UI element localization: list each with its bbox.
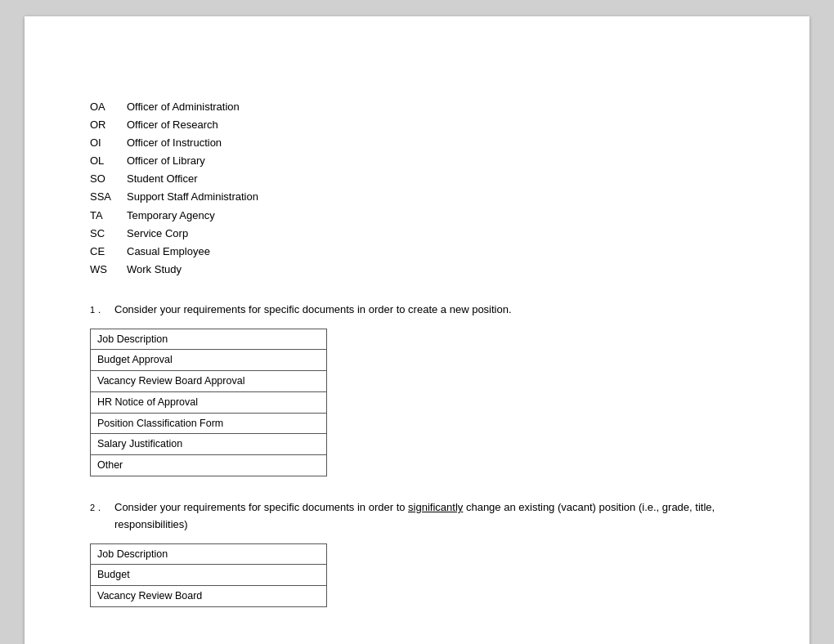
employee-code: OA [90, 98, 127, 116]
checklist-table-1: Job DescriptionBudget ApprovalVacancy Re… [90, 329, 327, 476]
employee-description: Officer of Instruction [127, 134, 222, 152]
employee-description: Casual Employee [127, 243, 210, 261]
employee-row: OIOfficer of Instruction [90, 134, 744, 152]
employee-row: CECasual Employee [90, 243, 744, 261]
question-1-block: 1． Consider your requirements for specif… [90, 302, 744, 476]
employee-list: OAOfficer of AdministrationOROfficer of … [90, 98, 744, 279]
employee-row: SOStudent Officer [90, 170, 744, 188]
checklist-item: Job Description [91, 543, 327, 565]
employee-row: OROfficer of Research [90, 116, 744, 134]
checklist-item: HR Notice of Approval [91, 391, 327, 413]
checklist-item: Position Classification Form [91, 413, 327, 434]
employee-code: WS [90, 261, 127, 279]
underlined-word: significantly [408, 501, 463, 513]
question-1-line: 1． Consider your requirements for specif… [90, 302, 744, 319]
employee-row: OAOfficer of Administration [90, 98, 744, 116]
employee-row: TATemporary Agency [90, 207, 744, 225]
employee-code: SSA [90, 188, 127, 206]
employee-code: OR [90, 116, 127, 134]
employee-description: Officer of Administration [127, 98, 240, 116]
checklist-row: Vacancy Review Board Approval [91, 371, 327, 392]
document-page: OAOfficer of AdministrationOROfficer of … [25, 16, 809, 644]
checklist-item: Job Description [91, 329, 327, 350]
checklist-row: Salary Justification [91, 434, 327, 455]
checklist-row: Budget Approval [91, 350, 327, 371]
checklist-item: Vacancy Review Board Approval [91, 371, 327, 392]
employee-row: SSASupport Staff Administration [90, 188, 744, 206]
employee-description: Officer of Research [127, 116, 218, 134]
employee-row: SCService Corp [90, 225, 744, 243]
employee-description: Work Study [127, 261, 182, 279]
checklist-item: Salary Justification [91, 434, 327, 455]
employee-code: CE [90, 243, 127, 261]
question-1-number: 1． [90, 302, 114, 318]
question-2-number: 2． [90, 499, 114, 516]
checklist-row: Position Classification Form [91, 413, 327, 434]
checklist-row: Budget [91, 565, 327, 586]
checklist-row: Job Description [91, 543, 327, 565]
employee-code: OL [90, 152, 127, 170]
employee-row: WSWork Study [90, 261, 744, 279]
checklist-row: Other [91, 455, 327, 476]
employee-code: OI [90, 134, 127, 152]
checklist-item: Vacancy Review Board [91, 586, 327, 607]
checklist-item: Budget [91, 565, 327, 586]
checklist-row: Job Description [91, 329, 327, 350]
employee-code: TA [90, 207, 127, 225]
employee-code: SC [90, 225, 127, 243]
question-2-block: 2． Consider your requirements for specif… [90, 499, 744, 607]
employee-description: Support Staff Administration [127, 188, 258, 206]
employee-description: Service Corp [127, 225, 188, 243]
question-2-text: Consider your requirements for specific … [114, 499, 744, 534]
checklist-row: HR Notice of Approval [91, 391, 327, 413]
employee-description: Student Officer [127, 170, 197, 188]
employee-code: SO [90, 170, 127, 188]
checklist-item: Budget Approval [91, 350, 327, 371]
question-2-line: 2． Consider your requirements for specif… [90, 499, 744, 534]
employee-description: Officer of Library [127, 152, 205, 170]
checklist-row: Vacancy Review Board [91, 586, 327, 607]
employee-row: OLOfficer of Library [90, 152, 744, 170]
checklist-item: Other [91, 455, 327, 476]
employee-description: Temporary Agency [127, 207, 215, 225]
checklist-table-2: Job DescriptionBudgetVacancy Review Boar… [90, 543, 327, 607]
question-1-text: Consider your requirements for specific … [114, 302, 744, 319]
